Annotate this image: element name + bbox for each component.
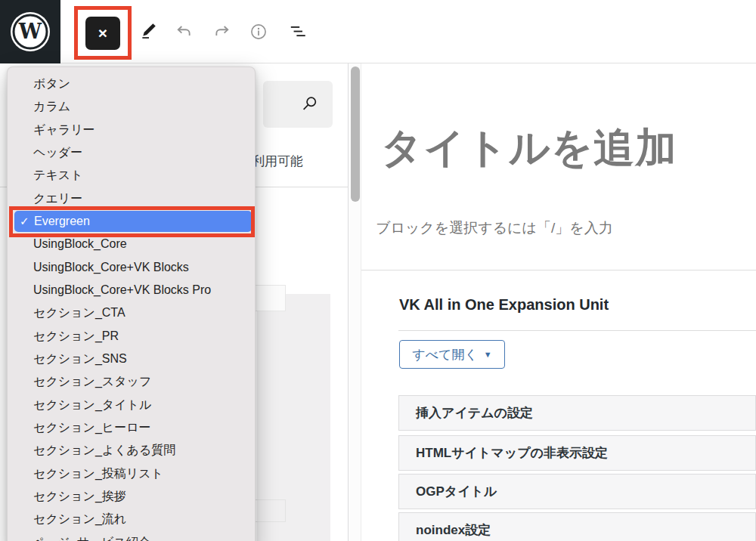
inserter-tab-label[interactable]: 利用可能	[252, 153, 303, 170]
expand-all-button[interactable]: すべて開く ▼	[399, 340, 505, 369]
scrollbar-track[interactable]	[349, 63, 361, 541]
menu-item[interactable]: UsingBlock_Core	[8, 233, 256, 255]
menu-item-selected-evergreen[interactable]: ✓ Evergreen	[14, 211, 252, 232]
search-icon	[299, 94, 319, 114]
menu-item[interactable]: ヘッダー	[8, 141, 256, 164]
block-appender[interactable]: ブロックを選択するには「/」を入力	[376, 218, 613, 238]
menu-item[interactable]: セクション_SNS	[8, 348, 256, 370]
menu-item[interactable]: セクション_よくある質問	[8, 439, 256, 462]
menu-item[interactable]: カラム	[8, 95, 256, 118]
menu-item[interactable]: ページ_サービス紹介	[8, 531, 256, 541]
menu-item[interactable]: ギャラリー	[8, 119, 256, 141]
search-input[interactable]	[263, 81, 333, 128]
metabox-divider	[398, 330, 756, 331]
menu-item[interactable]: セクション_ヒーロー	[8, 416, 256, 439]
checkmark-icon: ✓	[20, 211, 34, 232]
redo-icon[interactable]	[213, 22, 233, 42]
menu-item[interactable]: セクション_PR	[8, 325, 256, 348]
pattern-placeholder-box	[255, 285, 286, 311]
chevron-down-icon: ▼	[484, 350, 492, 359]
menu-item[interactable]: セクション_スタッフ	[8, 370, 256, 393]
highlight-frame-toggle: ×	[74, 6, 132, 60]
edit-pencil-icon[interactable]	[139, 22, 159, 42]
menu-item[interactable]: セクション_CTA	[8, 301, 256, 324]
menu-item[interactable]: セクション_流れ	[8, 508, 256, 530]
undo-icon[interactable]	[173, 22, 193, 42]
scrollbar-thumb[interactable]	[351, 66, 360, 202]
menu-item[interactable]: セクション_タイトル	[8, 394, 256, 416]
menu-item[interactable]: UsingBlock_Core+VK Blocks	[8, 256, 256, 279]
svg-text:W: W	[18, 20, 42, 43]
wordpress-logo-block[interactable]: W	[0, 0, 60, 63]
menu-item[interactable]: セクション_挨拶	[8, 485, 256, 508]
wordpress-editor: W ×	[0, 0, 756, 541]
menu-item-label: Evergreen	[34, 211, 90, 232]
canvas-divider	[361, 270, 756, 270]
editor-toolbar: W ×	[0, 0, 756, 63]
editor-canvas: タイトルを追加 ブロックを選択するには「/」を入力 VK All in One …	[361, 63, 756, 541]
metabox-title: VK All in One Expansion Unit	[399, 296, 609, 314]
expand-all-label: すべて開く	[412, 346, 478, 363]
pattern-placeholder-box	[255, 499, 286, 522]
list-view-icon[interactable]	[288, 22, 308, 42]
menu-item[interactable]: クエリー	[8, 187, 256, 210]
menu-item[interactable]: セクション_投稿リスト	[8, 462, 256, 485]
pattern-category-dropdown: ボタン カラム ギャラリー ヘッダー テキスト クエリー ✓ Evergreen…	[7, 66, 256, 541]
accordion-ogp-title[interactable]: OGPタイトル	[398, 474, 756, 509]
menu-item[interactable]: テキスト	[8, 164, 256, 187]
accordion-insert-items[interactable]: 挿入アイテムの設定	[398, 395, 756, 431]
menu-item[interactable]: ボタン	[8, 73, 256, 95]
menu-item[interactable]: UsingBlock_Core+VK Blocks Pro	[8, 279, 256, 301]
post-title-input[interactable]: タイトルを追加	[381, 121, 677, 176]
accordion-noindex[interactable]: noindex設定	[398, 512, 756, 541]
accordion-html-sitemap[interactable]: HTMLサイトマップの非表示設定	[398, 435, 756, 471]
wordpress-logo-icon: W	[10, 11, 51, 52]
block-inserter-toggle-button[interactable]: ×	[85, 17, 120, 50]
info-icon[interactable]	[249, 22, 268, 42]
